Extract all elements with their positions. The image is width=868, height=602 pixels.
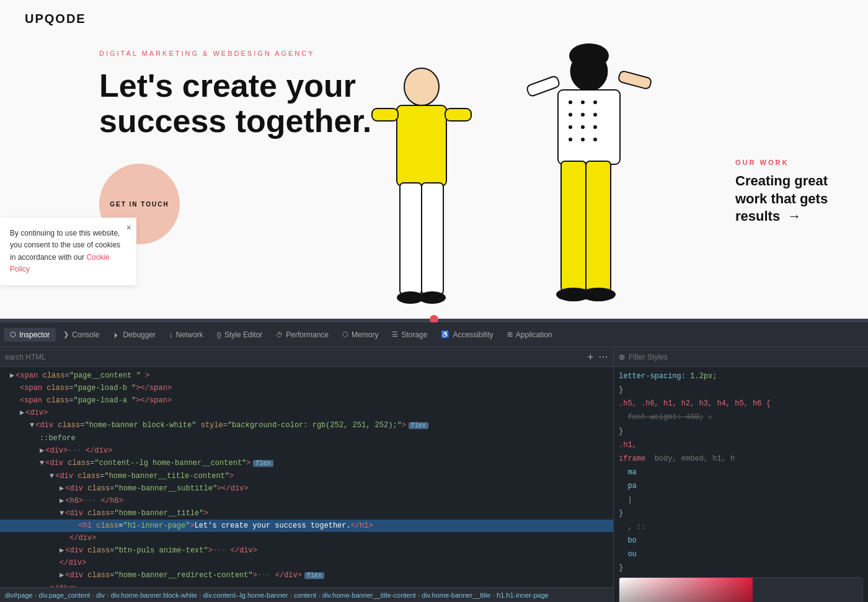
breadcrumb-item[interactable]: div.page_content [38,591,90,599]
svg-point-15 [581,113,585,117]
tab-network[interactable]: ↕ Network [163,328,210,342]
tree-line[interactable]: ▼<div class="home-banner block-white" st… [0,419,613,432]
html-search-input[interactable] [5,353,129,361]
cookie-close-button[interactable]: × [126,223,131,232]
tree-line[interactable]: ▶<div> [0,407,613,419]
breadcrumb-item[interactable]: div.content--lg.home-banner [203,591,288,599]
style-rule: } [614,507,868,520]
tab-style-editor[interactable]: {} Style Editor [211,328,269,342]
tree-line[interactable]: ▼<div class="home-banner__title-content"… [0,470,613,482]
svg-rect-23 [526,76,560,97]
svg-point-16 [593,113,597,117]
svg-rect-25 [561,161,586,291]
filter-styles-input[interactable] [629,353,863,361]
tab-application[interactable]: ⊞ Application [501,328,559,342]
tree-line[interactable]: ▶<div class="home-banner__subtitle"></di… [0,482,613,495]
debugger-icon: ⏵ [113,331,120,339]
tree-line[interactable]: <span class="page-load-b "></span> [0,382,613,394]
add-node-icon[interactable]: + [588,352,593,363]
tree-line[interactable]: </div> [0,532,613,544]
selected-tree-line[interactable]: <h1 class="h1-inner-page">Let's create y… [0,520,613,532]
hero-subtitle: DIGITAL MARKETING & WEBDESIGN AGENCY [99,50,371,57]
tab-accessibility[interactable]: ♿ Accessibility [435,328,499,342]
memory-icon: ⬡ [342,330,348,339]
tree-line[interactable]: ▶<div class="home-banner__redirect-conte… [0,569,613,582]
tree-line[interactable]: ▼<div class="home-banner__title"> [0,507,613,520]
inspector-icon: ⬡ [10,330,16,339]
site-nav: UPQODE [0,0,868,37]
tree-line[interactable]: ▼<div class="content--lg home-banner__co… [0,457,613,470]
tab-memory[interactable]: ⬡ Memory [336,328,384,342]
svg-point-12 [581,100,585,104]
style-rule: bo [614,534,868,547]
style-rule: pa [614,479,868,493]
style-rule: font-weight: 400; ⊘ [614,410,868,425]
breadcrumb-item[interactable]: div.home-banner.block-white [111,591,197,599]
svg-point-19 [593,125,597,129]
svg-point-21 [581,138,585,141]
site-logo: UPQODE [25,12,86,26]
site-preview: UPQODE DIGITAL MARKETING & WEBDESIGN AGE… [0,0,868,322]
svg-point-20 [569,138,572,141]
ourwork-arrow[interactable]: → [787,208,801,226]
tree-line[interactable]: </div> [0,582,613,587]
tab-inspector[interactable]: ⬡ Inspector [4,328,56,342]
tab-storage[interactable]: ☰ Storage [386,328,433,342]
pick-element-icon[interactable]: ⋯ [598,351,608,363]
tree-line[interactable]: ▶<span class="page__content " > [0,370,613,382]
breadcrumb-item[interactable]: h1.h1-inner-page [497,591,549,599]
tree-line[interactable]: ::before [0,432,613,445]
html-search-bar: + ⋯ [0,347,613,367]
style-rule: .h5, .h6, h1, h2, h3, h4, h5, h6 { [614,397,868,410]
resize-circle [430,315,438,322]
tree-line[interactable]: ▶<h6>··· </h6> [0,495,613,507]
network-icon: ↕ [169,331,173,339]
devtools-content: + ⋯ ▶<span class="page__content " > <spa… [0,347,868,602]
tab-debugger[interactable]: ⏵ Debugger [107,328,162,342]
svg-rect-3 [445,108,471,121]
svg-point-0 [404,68,439,105]
svg-point-7 [418,291,446,304]
tab-console[interactable]: ❯ Console [57,328,105,342]
tree-line[interactable]: </div> [0,557,613,569]
style-rule: ou [614,547,868,561]
style-rule: , :: [614,520,868,534]
svg-point-18 [581,125,585,129]
styles-content: letter-spacing: 1.2px; } .h5, .h6, h1, h… [614,367,868,602]
tree-line[interactable]: ▶<div>··· </div> [0,445,613,457]
style-editor-icon: {} [217,331,221,339]
breadcrumb-item[interactable]: div.home-banner__title [422,591,490,599]
breadcrumb-item[interactable]: content [294,591,316,599]
style-rule: } [614,383,868,397]
style-rule: ma [614,466,868,479]
console-icon: ❯ [63,330,69,339]
breadcrumb-item[interactable]: div.home-banner__title-content [322,591,416,599]
hero-title: Let's create your success together. [99,68,371,139]
style-rule: letter-spacing: 1.2px; [614,370,868,383]
tree-line[interactable]: <span class="page-load-a "></span> [0,394,613,407]
filter-icon: ⊜ [619,353,625,361]
tab-performance[interactable]: ⏱ Performance [270,328,335,342]
svg-rect-24 [618,71,652,90]
svg-point-11 [569,100,572,104]
style-rule: } [614,561,868,575]
svg-rect-4 [400,183,422,294]
devtools-panel: ⬡ Inspector ❯ Console ⏵ Debugger ↕ Netwo… [0,322,868,602]
person-right-illustration [515,43,663,322]
html-panel: + ⋯ ▶<span class="page__content " > <spa… [0,347,614,602]
person-left-illustration [360,56,484,322]
svg-point-17 [569,125,572,129]
breadcrumb-item[interactable]: div [96,591,105,599]
svg-rect-26 [586,161,611,291]
styles-panel: ⊜ letter-spacing: 1.2px; } .h5, .h6, h1,… [614,347,868,602]
svg-rect-2 [372,108,398,121]
ourwork-text: Creating great work that gets results → [735,172,846,226]
accessibility-icon: ♿ [441,330,450,339]
ourwork-card: OUR WORK Creating great work that gets r… [725,149,856,236]
tree-line[interactable]: ▶<div class="btn-puls anime-text">··· </… [0,544,613,557]
breadcrumb-item[interactable]: div#page [5,591,33,599]
color-gradient[interactable] [619,578,753,602]
style-rule: iframe body, embed, h1, h [614,452,868,466]
html-toolbar-buttons: + ⋯ [588,351,608,363]
svg-point-28 [581,288,616,301]
